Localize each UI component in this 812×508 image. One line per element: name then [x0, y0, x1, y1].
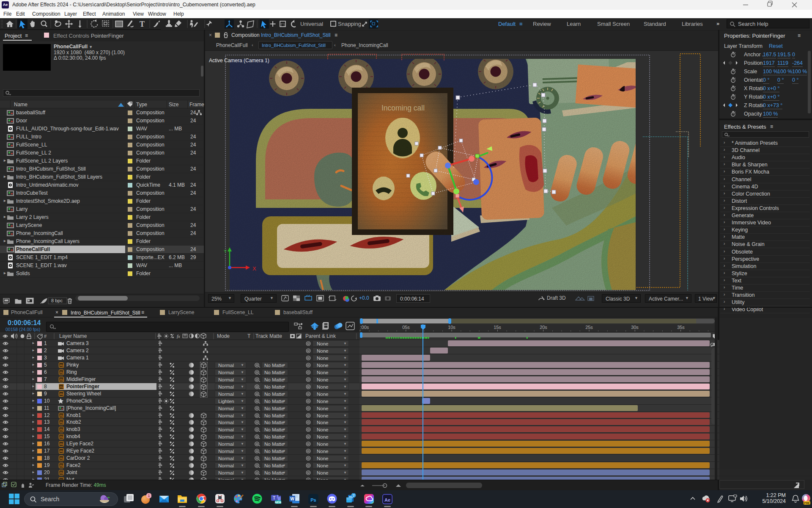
svg-text:X: X [252, 265, 256, 272]
svg-text:Ai: Ai [60, 420, 63, 425]
svg-text:Ai: Ai [60, 428, 63, 432]
svg-text:Ai: Ai [60, 471, 63, 475]
svg-text:1: 1 [148, 494, 150, 498]
svg-text:Ai: Ai [60, 464, 63, 468]
svg-text:Universal: Universal [300, 21, 323, 27]
svg-text:Ai: Ai [60, 378, 63, 382]
svg-text:Ai: Ai [60, 456, 63, 461]
svg-text:Snapping: Snapping [338, 21, 361, 27]
svg-text:7: 7 [352, 494, 354, 498]
svg-text:T: T [273, 495, 276, 500]
svg-text:T: T [140, 20, 145, 28]
svg-text:Ps: Ps [310, 497, 316, 502]
svg-text:PRE: PRE [804, 502, 810, 505]
svg-text:Ai: Ai [60, 435, 63, 439]
svg-text:Ae: Ae [384, 497, 390, 502]
svg-text:Ai: Ai [60, 385, 63, 389]
svg-text:Ai: Ai [60, 414, 63, 418]
svg-text:Ai: Ai [60, 442, 63, 446]
svg-text:Y: Y [224, 249, 227, 254]
svg-text:Ai: Ai [60, 449, 63, 453]
svg-text:8 bpc: 8 bpc [51, 298, 63, 303]
svg-text:Ai: Ai [60, 392, 63, 396]
svg-text:Ai: Ai [60, 363, 63, 367]
svg-text:NEW: NEW [275, 501, 281, 504]
svg-text:W: W [290, 497, 294, 501]
svg-text:Ai: Ai [60, 370, 63, 375]
